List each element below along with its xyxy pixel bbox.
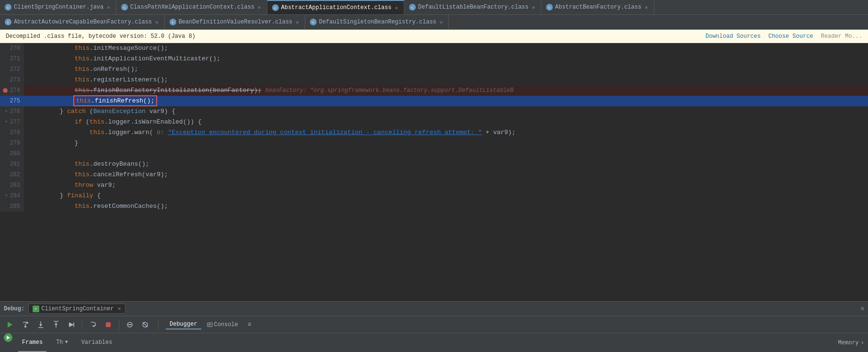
run-to-cursor-button[interactable] xyxy=(65,318,78,331)
info-bar: Decompiled .class file, bytecode version… xyxy=(0,30,868,43)
debug-settings-icon[interactable]: ⚙ xyxy=(861,305,864,312)
line-number-279: 279 xyxy=(0,138,24,148)
line-content-279: } xyxy=(24,138,868,148)
debug-session-tab[interactable]: ▶ ClientSpringContainer ✕ xyxy=(28,304,125,314)
table-row: 272 this.onRefresh(); xyxy=(0,64,868,75)
tab-close-1[interactable]: ✕ xyxy=(106,4,111,11)
fold-arrow-276[interactable]: ▾ xyxy=(5,106,8,117)
fold-arrow-277[interactable]: ▾ xyxy=(5,117,8,127)
mute-breakpoints-button[interactable] xyxy=(139,318,151,331)
line-number-277: ▾ 277 xyxy=(0,117,24,127)
line-number-271: 271 xyxy=(0,54,24,64)
tab-label-6: AbstractAutowireCapableBeanFactory.class xyxy=(14,19,152,25)
line-number-270: 270 xyxy=(0,43,24,54)
table-row: 270 this.initMessageSource(); xyxy=(0,43,868,54)
table-row: 274 this.finishBeanFactoryInitialization… xyxy=(0,85,868,96)
svg-marker-1 xyxy=(26,321,29,324)
line-content-280 xyxy=(24,148,868,159)
debug-tab-close[interactable]: ✕ xyxy=(117,305,121,312)
download-sources-link[interactable]: Download Sources xyxy=(706,33,761,40)
line-content-273: this.registerListeners(); xyxy=(24,75,868,85)
tab-label-8: DefaultSingletonBeanRegistry.class xyxy=(319,19,436,25)
choose-source-link[interactable]: Choose Source xyxy=(768,33,813,40)
tab-BeanDefinitionValueResolver[interactable]: c BeanDefinitionValueResolver.class ✕ xyxy=(165,15,305,29)
line-number-280: 280 xyxy=(0,148,24,159)
tab-ClassPathXml[interactable]: c ClassPathXmlApplicationContext.class ✕ xyxy=(116,0,267,14)
editor-container: 270 this.initMessageSource(); 271 this.i… xyxy=(0,43,868,301)
code-area[interactable]: 270 this.initMessageSource(); 271 this.i… xyxy=(0,43,868,301)
tab-icon-4: c xyxy=(409,4,416,11)
tab-close-8[interactable]: ✕ xyxy=(439,19,444,25)
step-into-button[interactable] xyxy=(34,318,47,331)
table-row: 285 this.resetCommonCaches(); xyxy=(0,201,868,212)
debug-toolbar: Debugger Console ≡ xyxy=(0,316,868,333)
table-row: 281 this.destroyBeans(); xyxy=(0,159,868,170)
fold-arrow-284[interactable]: ▾ xyxy=(5,191,8,201)
debugger-tab[interactable]: Debugger xyxy=(166,320,201,329)
table-row: ▾ 277 if (this.logger.isWarnEnabled()) { xyxy=(0,117,868,127)
tab-close-2[interactable]: ✕ xyxy=(257,4,262,11)
code-lines: 270 this.initMessageSource(); 271 this.i… xyxy=(0,43,868,212)
tab-AbstractAutowire[interactable]: c AbstractAutowireCapableBeanFactory.cla… xyxy=(0,15,165,29)
tab-AbstractBeanFactory[interactable]: c AbstractBeanFactory.class ✕ xyxy=(541,0,654,14)
tab-bar-row1: c ClientSpringContainer.java ✕ c ClassPa… xyxy=(0,0,868,15)
tab-icon-2: c xyxy=(121,4,128,11)
debug-bottom-panel: Frames Th ▼ Variables Memory › xyxy=(0,333,868,352)
tab-close-5[interactable]: ✕ xyxy=(644,4,649,11)
line-number-281: 281 xyxy=(0,159,24,170)
tab-bar-row2: c AbstractAutowireCapableBeanFactory.cla… xyxy=(0,15,868,30)
threads-tab[interactable]: Th ▼ xyxy=(52,333,71,352)
svg-marker-0 xyxy=(8,322,12,328)
tab-DefaultListableBeanFactory[interactable]: c DefaultListableBeanFactory.class ✕ xyxy=(404,0,541,14)
line-content-274: this.finishBeanFactoryInitialization(bea… xyxy=(24,85,868,96)
tab-close-6[interactable]: ✕ xyxy=(154,19,160,25)
tab-close-3[interactable]: ✕ xyxy=(394,5,399,11)
line-content-271: this.initApplicationEventMulticaster(); xyxy=(24,54,868,64)
tab-icon-1: c xyxy=(5,4,11,11)
svg-rect-15 xyxy=(128,324,131,325)
line-content-285: this.resetCommonCaches(); xyxy=(24,201,868,212)
line-number-284: ▾ 284 xyxy=(0,191,24,201)
variables-tab-label: Variables xyxy=(81,339,113,346)
toolbar-sep-2 xyxy=(119,320,119,329)
table-row: 280 xyxy=(0,148,868,159)
variables-tab[interactable]: Variables xyxy=(78,333,116,352)
tab-icon-5: c xyxy=(546,4,553,11)
info-bar-actions: Download Sources Choose Source Reader Mo… xyxy=(706,33,862,40)
resume-button[interactable] xyxy=(4,318,16,331)
tab-ClientSpringContainer[interactable]: c ClientSpringContainer.java ✕ xyxy=(0,0,116,14)
tab-DefaultSingletonBeanRegistry[interactable]: c DefaultSingletonBeanRegistry.class ✕ xyxy=(305,15,449,29)
rerun-button[interactable] xyxy=(87,318,99,331)
frames-tab[interactable]: Frames xyxy=(18,333,46,352)
table-row: 283 throw var9; xyxy=(0,180,868,191)
tab-AbstractApplicationContext[interactable]: c AbstractApplicationContext.class ✕ xyxy=(267,0,404,14)
tab-close-7[interactable]: ✕ xyxy=(295,19,300,25)
tab-label-4: DefaultListableBeanFactory.class xyxy=(418,4,528,11)
tab-close-4[interactable]: ✕ xyxy=(531,4,536,11)
play-resume-btn[interactable] xyxy=(4,333,12,342)
threads-dropdown-arrow[interactable]: ▼ xyxy=(65,340,68,345)
memory-button[interactable]: Memory › xyxy=(838,333,864,352)
debug-tab-label: ClientSpringContainer xyxy=(41,306,114,312)
stop-button[interactable] xyxy=(102,318,114,331)
svg-marker-21 xyxy=(7,336,10,340)
line-number-275: 275 xyxy=(0,96,24,106)
more-tabs-button[interactable]: ≡ xyxy=(244,320,255,329)
view-breakpoints-button[interactable] xyxy=(124,318,136,331)
decompiled-notice: Decompiled .class file, bytecode version… xyxy=(6,33,195,40)
threads-tab-label: Th xyxy=(56,339,63,346)
console-tab[interactable]: Console xyxy=(203,320,242,329)
line-content-272: this.onRefresh(); xyxy=(24,64,868,75)
svg-rect-13 xyxy=(106,322,111,327)
svg-rect-18 xyxy=(207,323,212,327)
line-number-273: 273 xyxy=(0,75,24,85)
line-content-277: if (this.logger.isWarnEnabled()) { xyxy=(24,117,868,127)
step-over-button[interactable] xyxy=(19,318,32,331)
step-out-button[interactable] xyxy=(50,318,62,331)
table-row: 273 this.registerListeners(); xyxy=(0,75,868,85)
line-number-285: 285 xyxy=(0,201,24,212)
table-row: ▾ 276 } catch (BeansException var9) { xyxy=(0,106,868,117)
tab-label-5: AbstractBeanFactory.class xyxy=(555,4,641,11)
line-number-282: 282 xyxy=(0,170,24,180)
tab-label-7: BeanDefinitionValueResolver.class xyxy=(179,19,293,25)
